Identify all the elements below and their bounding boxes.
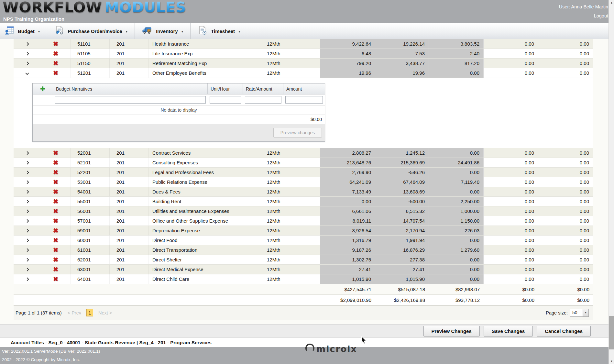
- delete-row-button[interactable]: ✖: [41, 206, 71, 216]
- delete-row-button[interactable]: ✖: [41, 168, 71, 177]
- value-cell[interactable]: 0.00: [538, 148, 593, 158]
- value-cell[interactable]: 0.00: [484, 177, 538, 187]
- vertical-scrollbar[interactable]: ▲ ▼: [609, 0, 614, 364]
- period-cell[interactable]: 12Mth: [263, 59, 320, 68]
- fund-cell[interactable]: 201: [110, 216, 149, 226]
- period-cell[interactable]: 12Mth: [263, 168, 320, 177]
- rate-amount-input[interactable]: [245, 96, 281, 104]
- account-cell[interactable]: 51101: [71, 39, 110, 49]
- value-cell[interactable]: 0.00: [484, 158, 538, 167]
- value-cell[interactable]: 0.00: [484, 245, 538, 255]
- description-cell[interactable]: Health Insurance: [149, 39, 263, 49]
- value-cell[interactable]: 0.00: [484, 148, 538, 158]
- fund-cell[interactable]: 201: [110, 177, 149, 187]
- value-cell[interactable]: 0.00: [538, 216, 593, 226]
- description-cell[interactable]: Dues & Fees: [149, 187, 263, 196]
- description-cell[interactable]: Public Relations Expense: [149, 177, 263, 187]
- expand-toggle[interactable]: [14, 216, 41, 226]
- expand-toggle[interactable]: [14, 274, 41, 284]
- account-cell[interactable]: 62001: [71, 255, 110, 264]
- page-size-select[interactable]: 50 ▾: [570, 309, 589, 317]
- account-cell[interactable]: 59001: [71, 226, 110, 235]
- description-cell[interactable]: Direct Medical Expense: [149, 265, 263, 274]
- delete-row-button[interactable]: ✖: [41, 59, 71, 68]
- expand-toggle[interactable]: [14, 255, 41, 264]
- account-cell[interactable]: 52101: [71, 158, 110, 167]
- fund-cell[interactable]: 201: [110, 274, 149, 284]
- amount-input[interactable]: [285, 96, 323, 104]
- account-cell[interactable]: 51150: [71, 59, 110, 68]
- expand-toggle[interactable]: [14, 206, 41, 216]
- value-cell[interactable]: 0.00: [484, 265, 538, 274]
- description-cell[interactable]: Direct Transportation: [149, 245, 263, 255]
- period-cell[interactable]: 12Mth: [263, 245, 320, 255]
- description-cell[interactable]: Depreciation Expense: [149, 226, 263, 235]
- period-cell[interactable]: 12Mth: [263, 49, 320, 58]
- delete-row-button[interactable]: ✖: [41, 216, 71, 226]
- period-cell[interactable]: 12Mth: [263, 216, 320, 226]
- description-cell[interactable]: Building Rent: [149, 197, 263, 206]
- narrative-text-input[interactable]: [55, 96, 206, 104]
- expand-toggle[interactable]: [14, 49, 41, 58]
- menu-item-timesheet[interactable]: Timesheet ▾: [191, 23, 247, 39]
- period-cell[interactable]: 12Mth: [263, 158, 320, 167]
- account-cell[interactable]: 51201: [71, 68, 110, 78]
- value-cell[interactable]: 0.00: [484, 255, 538, 264]
- account-cell[interactable]: 52201: [71, 168, 110, 177]
- value-cell[interactable]: 0.00: [538, 255, 593, 264]
- logout-link[interactable]: Logout: [594, 13, 608, 18]
- expand-toggle[interactable]: [14, 39, 41, 49]
- account-cell[interactable]: 54001: [71, 187, 110, 196]
- description-cell[interactable]: Direct Child Care: [149, 274, 263, 284]
- scrollbar-thumb[interactable]: [609, 316, 614, 349]
- period-cell[interactable]: 12Mth: [263, 177, 320, 187]
- description-cell[interactable]: Direct Shelter: [149, 255, 263, 264]
- description-cell[interactable]: Consulting Expenses: [149, 158, 263, 167]
- value-cell[interactable]: 0.00: [538, 245, 593, 255]
- expand-toggle[interactable]: [14, 168, 41, 177]
- fund-cell[interactable]: 201: [110, 206, 149, 216]
- value-cell[interactable]: 0.00: [484, 236, 538, 245]
- fund-cell[interactable]: 201: [110, 158, 149, 167]
- delete-row-button[interactable]: ✖: [41, 197, 71, 206]
- period-cell[interactable]: 12Mth: [263, 148, 320, 158]
- value-cell[interactable]: 0.00: [484, 197, 538, 206]
- value-cell[interactable]: 0.00: [538, 49, 593, 58]
- menu-item-inventory[interactable]: Inventory ▾: [136, 23, 190, 39]
- period-cell[interactable]: 12Mth: [263, 68, 320, 78]
- period-cell[interactable]: 12Mth: [263, 236, 320, 245]
- menu-item-purchase-order[interactable]: Purchase Order/Invoice ▾: [48, 23, 134, 39]
- delete-row-button[interactable]: ✖: [41, 39, 71, 49]
- delete-row-button[interactable]: ✖: [41, 148, 71, 158]
- scroll-down-arrow-icon[interactable]: ▼: [609, 358, 614, 364]
- value-cell[interactable]: 0.00: [484, 59, 538, 68]
- value-cell[interactable]: 0.00: [484, 187, 538, 196]
- account-cell[interactable]: 53001: [71, 177, 110, 187]
- value-cell[interactable]: 0.00: [538, 68, 593, 78]
- fund-cell[interactable]: 201: [110, 197, 149, 206]
- fund-cell[interactable]: 201: [110, 187, 149, 196]
- expand-toggle[interactable]: [14, 68, 41, 78]
- delete-row-button[interactable]: ✖: [41, 158, 71, 167]
- account-cell[interactable]: 55001: [71, 197, 110, 206]
- expand-toggle[interactable]: [14, 236, 41, 245]
- value-cell[interactable]: 0.00: [538, 158, 593, 167]
- delete-row-button[interactable]: ✖: [41, 226, 71, 235]
- value-cell[interactable]: 0.00: [538, 274, 593, 284]
- expand-toggle[interactable]: [14, 187, 41, 196]
- description-cell[interactable]: Office and Other Supplies Expense: [149, 216, 263, 226]
- unit-hour-input[interactable]: [210, 96, 241, 104]
- fund-cell[interactable]: 201: [110, 245, 149, 255]
- fund-cell[interactable]: 201: [110, 236, 149, 245]
- fund-cell[interactable]: 201: [110, 68, 149, 78]
- fund-cell[interactable]: 201: [110, 148, 149, 158]
- preview-changes-button[interactable]: Preview Changes: [423, 326, 480, 336]
- value-cell[interactable]: 0.00: [484, 39, 538, 49]
- period-cell[interactable]: 12Mth: [263, 274, 320, 284]
- expand-toggle[interactable]: [14, 226, 41, 235]
- value-cell[interactable]: 0.00: [484, 226, 538, 235]
- fund-cell[interactable]: 201: [110, 265, 149, 274]
- period-cell[interactable]: 12Mth: [263, 187, 320, 196]
- fund-cell[interactable]: 201: [110, 39, 149, 49]
- period-cell[interactable]: 12Mth: [263, 206, 320, 216]
